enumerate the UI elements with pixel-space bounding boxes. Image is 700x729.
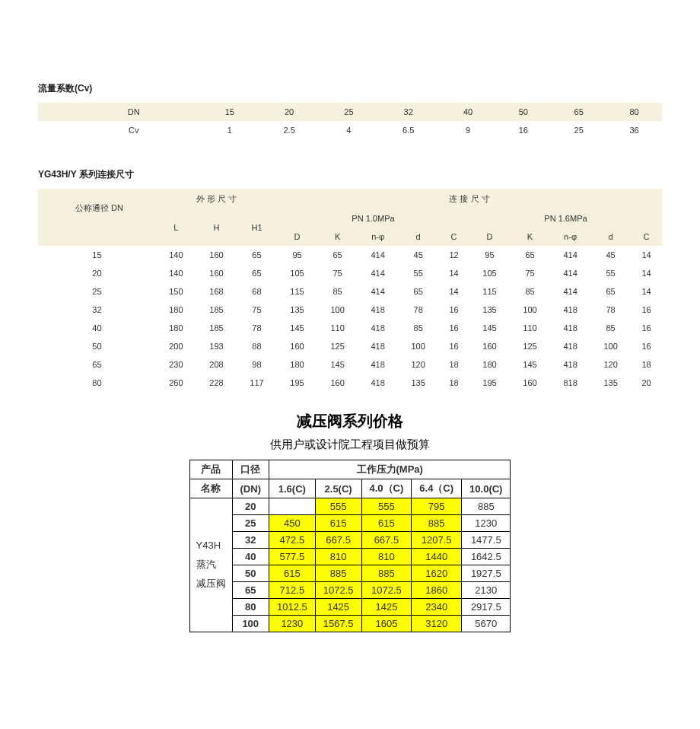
dim-cell: 200 <box>156 337 196 355</box>
dim-col: D <box>277 228 317 246</box>
price-cell: 1440 <box>412 549 462 565</box>
dim-cell: 117 <box>237 374 277 392</box>
cv-cell: 1 <box>202 121 257 139</box>
dim-cell: 16 <box>631 319 662 337</box>
dim-cell: 135 <box>590 374 631 392</box>
dim-cell: 414 <box>550 282 590 301</box>
dim-cell: 418 <box>550 337 590 355</box>
dim-cell: 14 <box>631 264 662 282</box>
price-h-name: 产品 <box>189 460 232 479</box>
table-row: 65230208981801454181201818014541812018 <box>38 355 662 374</box>
price-dn-cell: 25 <box>232 515 269 532</box>
dim-cell: 193 <box>196 337 237 355</box>
table-row: 802602281171951604181351819516081813520 <box>38 374 662 392</box>
price-dn-cell: 20 <box>232 498 269 515</box>
table-row: 10012301567.5160531205670 <box>189 616 511 632</box>
price-sub: 供用户或设计院工程项目做预算 <box>38 438 662 452</box>
dim-cell: 98 <box>237 355 277 374</box>
dim-cell: 418 <box>358 301 398 319</box>
dim-col: d <box>398 228 438 246</box>
dim-h1: 外 形 尺 寸 <box>156 189 277 209</box>
cv-cell: 9 <box>441 121 496 139</box>
table-row: 15140160659565414451295654144514 <box>38 246 662 264</box>
price-h-wp: 工作压力(MPa) <box>269 460 510 479</box>
table-row: 801012.51425142523402917.5 <box>189 599 511 616</box>
dim-cell: 75 <box>317 264 358 282</box>
dim-cell: 16 <box>438 301 469 319</box>
price-header-1: 产品 口径 工作压力(MPa) <box>189 460 511 479</box>
cv-cell: DN <box>38 103 202 121</box>
dim-cell: 414 <box>358 246 398 264</box>
dim-cell: 75 <box>510 264 550 282</box>
dim-col: D <box>469 228 510 246</box>
dim-cell: 414 <box>550 246 590 264</box>
price-h-c3: 4.0（C) <box>361 479 412 498</box>
dim-col: C <box>631 228 662 246</box>
dim-cell: 20 <box>631 374 662 392</box>
dim-cell: 16 <box>631 337 662 355</box>
dim-cell: 418 <box>550 319 590 337</box>
cv-title: 流量系数(Cv) <box>38 82 662 95</box>
cv-cell: 2.5 <box>257 121 321 139</box>
dim-cell: 65 <box>398 282 438 301</box>
dim-cell: 65 <box>590 282 631 301</box>
dim-cell: 15 <box>38 246 156 264</box>
cv-cell: 80 <box>606 103 662 121</box>
price-dn-cell: 100 <box>232 616 269 632</box>
dim-cell: 145 <box>277 319 317 337</box>
dim-col: K <box>317 228 358 246</box>
price-dn-cell: 40 <box>232 549 269 565</box>
dim-cell: 230 <box>156 355 196 374</box>
price-cell: 615 <box>269 565 315 582</box>
dim-col: C <box>438 228 469 246</box>
dim-cell: 418 <box>358 337 398 355</box>
price-cell: 667.5 <box>315 532 361 549</box>
price-header-2: 名称 (DN) 1.6(C) 2.5(C) 4.0（C) 6.4（C) 10.0… <box>189 479 511 498</box>
dim-cell: 12 <box>438 246 469 264</box>
table-row: 321801857513510041878161351004187816 <box>38 301 662 319</box>
dim-cell: 168 <box>196 282 237 301</box>
dim-cell: 135 <box>398 374 438 392</box>
dim-cell: 80 <box>38 374 156 392</box>
price-cell: 2340 <box>412 599 462 616</box>
dim-cell: 50 <box>38 337 156 355</box>
dim-cell: 185 <box>196 301 237 319</box>
dim-cell: 180 <box>277 355 317 374</box>
dim-cell: 85 <box>398 319 438 337</box>
price-cell: 1072.5 <box>315 582 361 599</box>
price-cell: 885 <box>361 565 412 582</box>
dim-cell: 18 <box>631 355 662 374</box>
dim-cell: 180 <box>156 319 196 337</box>
dim-cell: 195 <box>277 374 317 392</box>
dim-cell: 185 <box>196 319 237 337</box>
cv-cell: 6.5 <box>377 121 441 139</box>
dim-cell: 145 <box>317 355 358 374</box>
dim-cell: 16 <box>438 319 469 337</box>
price-cell: 555 <box>315 498 361 515</box>
cv-cell: 65 <box>551 103 606 121</box>
price-h-c5: 10.0(C) <box>462 479 511 498</box>
dim-cell: 100 <box>510 301 550 319</box>
dim-cell: 260 <box>156 374 196 392</box>
dim-cell: 14 <box>631 246 662 264</box>
price-cell: 1927.5 <box>462 565 511 582</box>
dim-cell: 110 <box>510 319 550 337</box>
dim-cell: 65 <box>237 264 277 282</box>
dim-cell: 14 <box>631 282 662 301</box>
cv-cell: Cv <box>38 121 202 139</box>
price-h-c2: 2.5(C) <box>315 479 361 498</box>
dim-cell: 18 <box>438 374 469 392</box>
price-cell: 2917.5 <box>462 599 511 616</box>
table-row: 401801857814511041885161451104188516 <box>38 319 662 337</box>
price-dn-cell: 32 <box>232 532 269 549</box>
dim-cell: 208 <box>196 355 237 374</box>
price-cell: 810 <box>315 549 361 565</box>
table-row: 40577.581081014401642.5 <box>189 549 511 565</box>
price-cell: 615 <box>315 515 361 532</box>
table-row: 65712.51072.51072.518602130 <box>189 582 511 599</box>
table-row: 254506156158851230 <box>189 515 511 532</box>
price-dn-cell: 65 <box>232 582 269 599</box>
dim-h2: 连 接 尺 寸 <box>277 189 662 209</box>
dim-cell: 100 <box>398 337 438 355</box>
price-cell: 1230 <box>462 515 511 532</box>
